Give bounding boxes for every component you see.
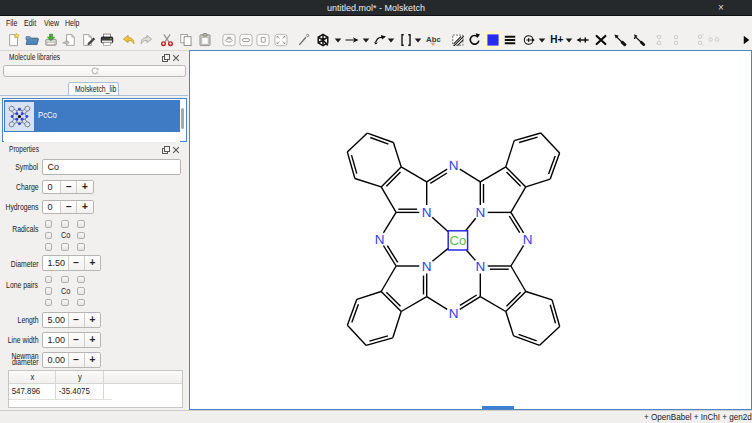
lone-pairs-checkbox[interactable] [77, 287, 85, 295]
import-button[interactable] [60, 31, 78, 49]
redo-button[interactable] [137, 31, 155, 49]
radical-remove-button[interactable] [705, 31, 723, 49]
arrow-tool-button[interactable] [343, 31, 361, 49]
lone-pair-remove-button[interactable] [667, 31, 685, 49]
canvas-scroll-indicator[interactable] [482, 406, 514, 409]
library-item-next-partial[interactable] [4, 133, 181, 142]
charge-spinbox[interactable]: 0 − + [42, 180, 94, 194]
dock-close-icon[interactable] [172, 146, 180, 154]
length-spinbox[interactable]: 5.00 − + [42, 312, 102, 328]
coordinate-row[interactable]: 547.896 -35.4075 [9, 385, 182, 398]
print-button[interactable] [98, 31, 116, 49]
symbol-input[interactable]: Co [42, 159, 182, 175]
ring-tool-button[interactable] [314, 31, 332, 49]
hatch-tool-button[interactable] [449, 31, 467, 49]
line-width-decrease-button[interactable]: − [68, 333, 84, 347]
lone-pairs-checkbox[interactable] [77, 299, 85, 307]
line-width-value[interactable]: 1.00 [43, 333, 68, 347]
zoom-in-button[interactable] [220, 31, 238, 49]
menu-file[interactable]: File [6, 16, 17, 30]
new-file-button[interactable] [5, 31, 23, 49]
length-value[interactable]: 5.00 [43, 313, 68, 327]
cut-button[interactable] [158, 31, 176, 49]
radicals-checkbox[interactable] [61, 243, 69, 251]
menu-edit[interactable]: Edit [24, 16, 36, 30]
drawing-canvas[interactable]: NNNNNNNNCo [189, 50, 752, 410]
diameter-increase-button[interactable]: + [84, 256, 100, 270]
export-button[interactable] [79, 31, 97, 49]
length-decrease-button[interactable]: − [68, 313, 84, 327]
draw-tool-button[interactable] [295, 31, 313, 49]
hydrogens-spinbox[interactable]: 0 − + [42, 200, 94, 214]
library-item-pcco[interactable]: PcCo [4, 100, 181, 132]
copy-button[interactable] [177, 31, 195, 49]
lone-pairs-checkbox[interactable] [77, 276, 85, 284]
zoom-fit-button[interactable] [272, 31, 290, 49]
open-file-button[interactable] [23, 31, 41, 49]
svg-text:N: N [422, 259, 432, 274]
dock-float-icon[interactable] [162, 146, 170, 154]
newman-diameter-spinbox[interactable]: 0.00 − + [42, 352, 102, 368]
diameter-spinbox[interactable]: 1.50 − + [42, 255, 102, 271]
zoom-out-button[interactable] [237, 31, 255, 49]
library-scrollbar[interactable] [181, 108, 184, 129]
lone-pair-add-button[interactable] [650, 31, 668, 49]
radicals-center-label: Co [61, 230, 70, 240]
line-width-button[interactable] [501, 31, 519, 49]
tab-molsketch-lib[interactable]: Molsketch_lib [68, 82, 119, 96]
radicals-checkbox[interactable] [61, 220, 69, 228]
hydrogens-increase-button[interactable]: + [76, 201, 92, 213]
charge-value[interactable]: 0 [43, 181, 61, 193]
library-refresh-button[interactable] [3, 65, 186, 77]
rotate-tool-button[interactable] [465, 31, 483, 49]
radicals-checkbox[interactable] [45, 232, 53, 240]
window-close-icon[interactable]: × [714, 1, 728, 15]
mechanics-tool-2-button[interactable] [630, 31, 648, 49]
properties-dock-title: Properties [9, 144, 39, 154]
newman-diameter-value[interactable]: 0.00 [43, 353, 68, 367]
newman-diameter-increase-button[interactable]: + [84, 353, 100, 367]
coordinate-y-value[interactable]: -35.4075 [56, 385, 96, 398]
zoom-original-button[interactable] [254, 31, 272, 49]
delete-tool-button[interactable] [592, 31, 610, 49]
undo-button[interactable] [120, 31, 138, 49]
lone-pairs-checkbox[interactable] [61, 299, 69, 307]
charge-increase-button[interactable]: + [76, 181, 92, 193]
mechanics-tool-button[interactable] [611, 31, 629, 49]
radicals-checkbox[interactable] [77, 220, 85, 228]
dock-float-icon[interactable] [162, 54, 170, 62]
line-width-increase-button[interactable]: + [84, 333, 100, 347]
text-tool-button[interactable]: Abc [424, 31, 442, 49]
radicals-checkbox[interactable] [77, 232, 85, 240]
lone-pairs-checkbox[interactable] [45, 276, 53, 284]
arrow-dropdown-icon[interactable] [360, 31, 372, 49]
mechanism-dropdown-icon[interactable] [385, 31, 397, 49]
radicals-checkbox[interactable] [45, 243, 53, 251]
diameter-value[interactable]: 1.50 [43, 256, 68, 270]
toolbar-extension-button[interactable] [737, 31, 752, 49]
menu-help[interactable]: Help [65, 16, 79, 30]
charge-dropdown-icon[interactable] [536, 31, 548, 49]
lone-pairs-checkbox[interactable] [45, 287, 53, 295]
line-width-spinbox[interactable]: 1.00 − + [42, 332, 102, 348]
paste-button[interactable] [196, 31, 214, 49]
connect-tool-button[interactable] [574, 31, 592, 49]
coordinate-x-value[interactable]: 547.896 [9, 385, 48, 398]
color-button[interactable] [484, 31, 502, 49]
radicals-checkbox[interactable] [45, 220, 53, 228]
dock-close-icon[interactable] [172, 54, 180, 62]
diameter-decrease-button[interactable]: − [68, 256, 84, 270]
bracket-dropdown-icon[interactable] [412, 31, 424, 49]
hydrogens-decrease-button[interactable]: − [60, 201, 76, 213]
lone-pairs-checkbox[interactable] [61, 276, 69, 284]
newman-diameter-decrease-button[interactable]: − [68, 353, 84, 367]
charge-decrease-button[interactable]: − [60, 181, 76, 193]
radicals-checkbox[interactable] [77, 243, 85, 251]
charge-tool-button[interactable] [520, 31, 538, 49]
length-increase-button[interactable]: + [84, 313, 100, 327]
hydrogens-value[interactable]: 0 [43, 201, 61, 213]
save-button[interactable] [42, 31, 60, 49]
ring-dropdown-icon[interactable] [332, 31, 344, 49]
lone-pairs-checkbox[interactable] [45, 299, 53, 307]
menu-view[interactable]: View [44, 16, 59, 30]
